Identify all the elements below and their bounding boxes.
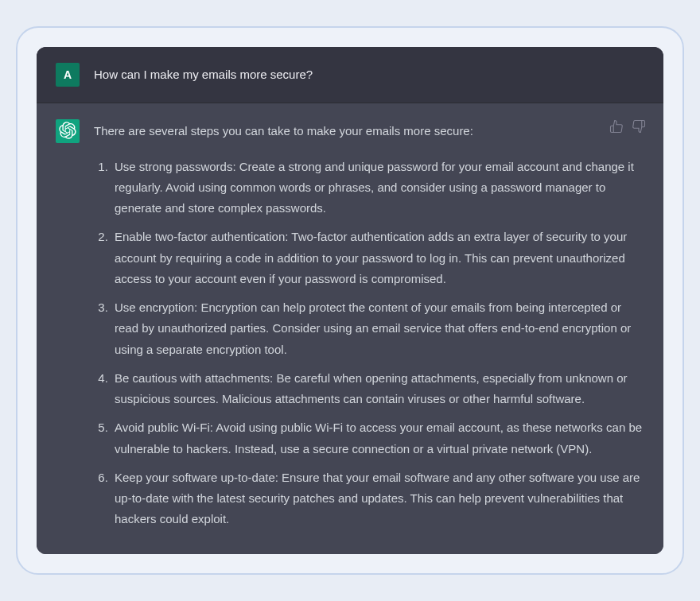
feedback-button-group: [609, 119, 646, 134]
list-item: Keep your software up-to-date: Ensure th…: [111, 467, 644, 530]
assistant-intro-text: There are several steps you can take to …: [94, 121, 644, 142]
chat-container: A How can I make my emails more secure? …: [37, 47, 663, 553]
outer-frame: A How can I make my emails more secure? …: [16, 26, 684, 574]
user-avatar-letter: A: [64, 68, 72, 81]
list-item: Avoid public Wi-Fi: Avoid using public W…: [111, 417, 644, 459]
list-item: Use strong passwords: Create a strong an…: [111, 157, 644, 219]
list-item: Enable two-factor authentication: Two-fa…: [111, 227, 644, 289]
assistant-message-row: There are several steps you can take to …: [37, 103, 663, 553]
assistant-avatar: [56, 119, 80, 143]
thumbs-down-button[interactable]: [632, 119, 646, 134]
user-message-text: How can I make my emails more secure?: [94, 63, 644, 87]
user-message-row: A How can I make my emails more secure?: [37, 47, 663, 103]
assistant-tips-list: Use strong passwords: Create a strong an…: [94, 157, 644, 530]
user-avatar: A: [56, 63, 80, 87]
list-item: Use encryption: Encryption can help prot…: [111, 297, 644, 360]
thumbs-down-icon: [632, 122, 646, 136]
assistant-message-content: There are several steps you can take to …: [94, 119, 644, 537]
thumbs-up-icon: [609, 122, 624, 136]
thumbs-up-button[interactable]: [609, 119, 624, 134]
openai-logo-icon: [59, 122, 76, 142]
list-item: Be cautious with attachments: Be careful…: [111, 368, 644, 410]
